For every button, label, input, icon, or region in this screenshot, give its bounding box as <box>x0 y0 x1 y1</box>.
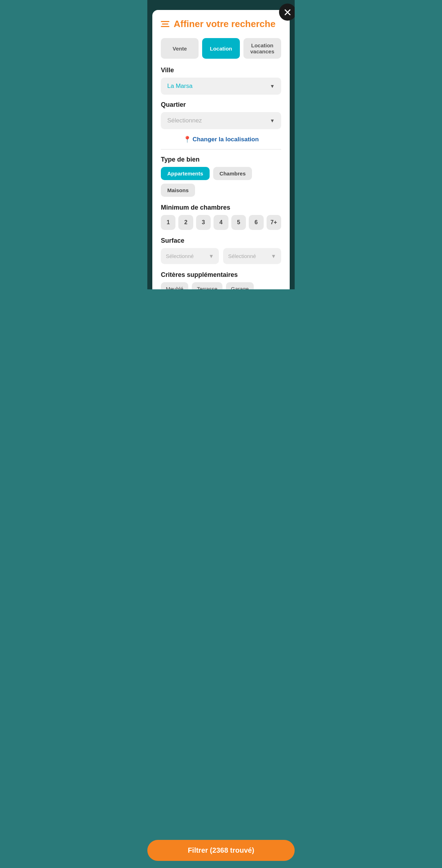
change-location-link[interactable]: 📍 Changer la localisation <box>183 136 259 143</box>
ville-dropdown-arrow: ▼ <box>270 83 275 89</box>
chambres-number-row: 1 2 3 4 5 6 7+ <box>161 215 281 230</box>
surface-label: Surface <box>161 237 281 244</box>
surface-max-placeholder: Sélectionné <box>228 253 256 259</box>
min-chambres-label: Minimum de chambres <box>161 204 281 211</box>
surface-min-placeholder: Sélectionné <box>166 253 194 259</box>
chip-appartements[interactable]: Appartements <box>161 167 210 180</box>
type-bien-chips: Appartements Chambres Maisons <box>161 167 281 197</box>
location-link-container: 📍 Changer la localisation <box>161 136 281 143</box>
close-button[interactable] <box>279 4 295 21</box>
quartier-dropdown-arrow: ▼ <box>270 118 275 123</box>
type-bien-label: Type de bien <box>161 156 281 163</box>
num-btn-3[interactable]: 3 <box>196 215 211 230</box>
tab-vente[interactable]: Vente <box>161 38 199 59</box>
chip-maisons[interactable]: Maisons <box>161 184 195 197</box>
modal-title: Affiner votre recherche <box>174 19 275 30</box>
criteria-garage[interactable]: Garage <box>226 282 254 289</box>
surface-max-arrow: ▼ <box>271 253 276 259</box>
chip-chambres[interactable]: Chambres <box>213 167 252 180</box>
tab-location[interactable]: Location <box>202 38 240 59</box>
criteria-meuble[interactable]: Meublé <box>161 282 188 289</box>
ville-dropdown[interactable]: La Marsa ▼ <box>161 78 281 95</box>
num-btn-1[interactable]: 1 <box>161 215 175 230</box>
filter-modal: Affiner votre recherche Vente Location L… <box>152 10 290 289</box>
num-btn-6[interactable]: 6 <box>249 215 263 230</box>
surface-min-arrow: ▼ <box>209 253 214 259</box>
num-btn-4[interactable]: 4 <box>214 215 228 230</box>
surface-min-dropdown[interactable]: Sélectionné ▼ <box>161 248 219 264</box>
filter-icon <box>161 21 169 27</box>
location-link-text: Changer la localisation <box>193 136 259 143</box>
num-btn-7plus[interactable]: 7+ <box>267 215 281 230</box>
filter-button-container: Filtrer (2368 trouvé) <box>0 836 442 868</box>
criteres-label: Critères supplémentaires <box>161 271 281 279</box>
criteria-row: Meublé Terrasse Garage Piscine Jardin <box>161 282 281 289</box>
tab-location-vacances[interactable]: Location vacances <box>243 38 281 59</box>
filter-button[interactable]: Filtrer (2368 trouvé) <box>147 840 295 861</box>
quartier-placeholder: Sélectionnez <box>167 117 202 124</box>
tab-row: Vente Location Location vacances <box>161 38 281 59</box>
ville-label: Ville <box>161 67 281 74</box>
surface-row: Sélectionné ▼ Sélectionné ▼ <box>161 248 281 264</box>
quartier-label: Quartier <box>161 101 281 109</box>
location-pin-icon: 📍 <box>183 136 191 143</box>
ville-selected: La Marsa <box>167 83 193 90</box>
surface-max-dropdown[interactable]: Sélectionné ▼ <box>223 248 281 264</box>
divider <box>161 149 281 149</box>
num-btn-5[interactable]: 5 <box>231 215 246 230</box>
num-btn-2[interactable]: 2 <box>178 215 193 230</box>
criteria-terrasse[interactable]: Terrasse <box>192 282 222 289</box>
modal-header: Affiner votre recherche <box>161 19 281 30</box>
quartier-dropdown[interactable]: Sélectionnez ▼ <box>161 112 281 129</box>
